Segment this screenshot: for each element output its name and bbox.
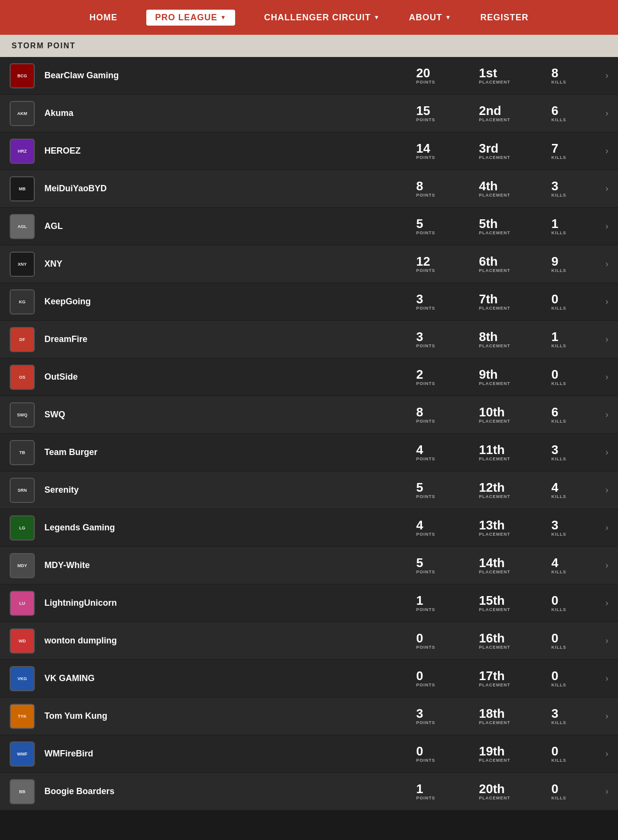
table-row[interactable]: HRZ HEROEZ 14 POINTS 3rd PLACEMENT <box>0 132 618 170</box>
team-logo: BB <box>10 779 35 804</box>
expand-chevron-icon[interactable]: › <box>605 447 608 457</box>
points-label: POINTS <box>416 80 435 85</box>
nav-about[interactable]: ABOUT ▼ <box>409 13 451 23</box>
points-stat: 2 POINTS <box>412 368 475 386</box>
expand-chevron-icon[interactable]: › <box>605 410 608 420</box>
table-row[interactable]: DF DreamFire 3 POINTS 8th PLACEMENT <box>0 321 618 358</box>
expand-chevron-icon[interactable]: › <box>605 485 608 495</box>
expand-chevron-icon[interactable]: › <box>605 711 608 721</box>
table-row[interactable]: TYK Tom Yum Kung 3 POINTS 18th PLACEMENT <box>0 698 618 735</box>
kills-stat: 9 KILLS <box>548 255 601 273</box>
expand-chevron-icon[interactable]: › <box>605 560 608 570</box>
points-value: 12 <box>416 255 430 268</box>
placement-label: PLACEMENT <box>479 758 510 763</box>
table-row[interactable]: BCG BearClaw Gaming 20 POINTS 1st PLACEM… <box>0 57 618 95</box>
expand-chevron-icon[interactable]: › <box>605 786 608 797</box>
kills-stat: 3 KILLS <box>548 707 601 725</box>
points-value: 5 <box>416 217 423 230</box>
nav-challenger-circuit[interactable]: CHALLENGER CIRCUIT ▼ <box>264 13 380 23</box>
placement-stat: 4th PLACEMENT <box>475 180 548 198</box>
team-name: OutSide <box>44 372 412 382</box>
kills-label: KILLS <box>551 344 566 348</box>
points-stat: 5 POINTS <box>412 556 475 574</box>
expand-chevron-icon[interactable]: › <box>605 523 608 533</box>
expand-chevron-icon[interactable]: › <box>605 636 608 646</box>
table-row[interactable]: AKM Akuma 15 POINTS 2nd PLACEMENT <box>0 95 618 132</box>
team-logo: HRZ <box>10 139 35 164</box>
table-row[interactable]: XNY XNY 12 POINTS 6th PLACEMENT <box>0 245 618 283</box>
placement-value: 20th <box>479 783 505 795</box>
nav-home[interactable]: HOME <box>89 13 117 23</box>
kills-stat: 0 KILLS <box>548 368 601 386</box>
table-row[interactable]: SWQ SWQ 8 POINTS 10th PLACEMENT <box>0 396 618 434</box>
expand-chevron-icon[interactable]: › <box>605 334 608 344</box>
team-name: MeiDuiYaoBYD <box>44 184 412 194</box>
kills-stat: 3 KILLS <box>548 443 601 461</box>
expand-chevron-icon[interactable]: › <box>605 749 608 759</box>
kills-label: KILLS <box>551 721 566 725</box>
placement-value: 17th <box>479 669 505 682</box>
nav-register[interactable]: REGISTER <box>480 13 529 23</box>
kills-label: KILLS <box>551 118 566 122</box>
placement-value: 4th <box>479 180 498 192</box>
team-name: KeepGoing <box>44 297 412 307</box>
expand-chevron-icon[interactable]: › <box>605 372 608 382</box>
kills-value: 3 <box>551 180 558 192</box>
expand-chevron-icon[interactable]: › <box>605 259 608 269</box>
table-row[interactable]: MDY MDY-White 5 POINTS 14th PLACEMENT <box>0 547 618 584</box>
points-label: POINTS <box>416 721 435 725</box>
placement-stat: 12th PLACEMENT <box>475 481 548 499</box>
table-row[interactable]: WMF WMFireBird 0 POINTS 19th PLACEMENT <box>0 735 618 773</box>
table-row[interactable]: VKG VK GAMING 0 POINTS 17th PLACEMENT <box>0 660 618 698</box>
expand-chevron-icon[interactable]: › <box>605 297 608 307</box>
table-row[interactable]: KG KeepGoing 3 POINTS 7th PLACEMENT <box>0 283 618 321</box>
challenger-chevron-icon: ▼ <box>374 14 380 21</box>
table-row[interactable]: LU LightningUnicorn 1 POINTS 15th PLACEM… <box>0 584 618 622</box>
table-row[interactable]: BB Boogie Boarders 1 POINTS 20th PLACEME… <box>0 773 618 811</box>
points-label: POINTS <box>416 344 435 348</box>
expand-chevron-icon[interactable]: › <box>605 108 608 118</box>
table-row[interactable]: AGL AGL 5 POINTS 5th PLACEMENT <box>0 208 618 245</box>
points-value: 4 <box>416 443 423 456</box>
team-logo: MB <box>10 176 35 201</box>
points-label: POINTS <box>416 118 435 122</box>
expand-chevron-icon[interactable]: › <box>605 146 608 156</box>
team-logo: WMF <box>10 741 35 767</box>
expand-chevron-icon[interactable]: › <box>605 598 608 608</box>
table-row[interactable]: OS OutSide 2 POINTS 9th PLACEMENT <box>0 358 618 396</box>
kills-label: KILLS <box>551 269 566 273</box>
table-row[interactable]: SRN Serenity 5 POINTS 12th PLACEMENT <box>0 471 618 509</box>
team-name: MDY-White <box>44 560 412 570</box>
kills-stat: 3 KILLS <box>548 519 601 537</box>
placement-label: PLACEMENT <box>479 156 510 160</box>
kills-value: 9 <box>551 255 558 268</box>
placement-label: PLACEMENT <box>479 457 510 461</box>
expand-chevron-icon[interactable]: › <box>605 673 608 683</box>
team-logo: BCG <box>10 63 35 88</box>
team-name: BearClaw Gaming <box>44 71 412 81</box>
expand-chevron-icon[interactable]: › <box>605 71 608 81</box>
points-stat: 8 POINTS <box>412 180 475 198</box>
team-name: HEROEZ <box>44 146 412 156</box>
expand-chevron-icon[interactable]: › <box>605 184 608 194</box>
team-logo: SWQ <box>10 402 35 427</box>
kills-value: 0 <box>551 368 558 381</box>
team-name: VK GAMING <box>44 673 412 683</box>
team-logo: DF <box>10 327 35 352</box>
points-label: POINTS <box>416 269 435 273</box>
table-row[interactable]: WD wonton dumpling 0 POINTS 16th PLACEME… <box>0 622 618 660</box>
kills-label: KILLS <box>551 758 566 763</box>
points-value: 8 <box>416 406 423 418</box>
nav-pro-league[interactable]: PRO LEAGUE ▼ <box>146 10 235 26</box>
table-row[interactable]: MB MeiDuiYaoBYD 8 POINTS 4th PLACEMENT <box>0 170 618 208</box>
points-value: 1 <box>416 594 423 607</box>
kills-label: KILLS <box>551 306 566 311</box>
kills-value: 3 <box>551 443 558 456</box>
expand-chevron-icon[interactable]: › <box>605 221 608 231</box>
table-row[interactable]: TB Team Burger 4 POINTS 11th PLACEMENT <box>0 434 618 471</box>
kills-label: KILLS <box>551 193 566 198</box>
points-stat: 4 POINTS <box>412 443 475 461</box>
table-row[interactable]: LG Legends Gaming 4 POINTS 13th PLACEMEN… <box>0 509 618 547</box>
placement-stat: 2nd PLACEMENT <box>475 104 548 122</box>
placement-stat: 1st PLACEMENT <box>475 67 548 85</box>
